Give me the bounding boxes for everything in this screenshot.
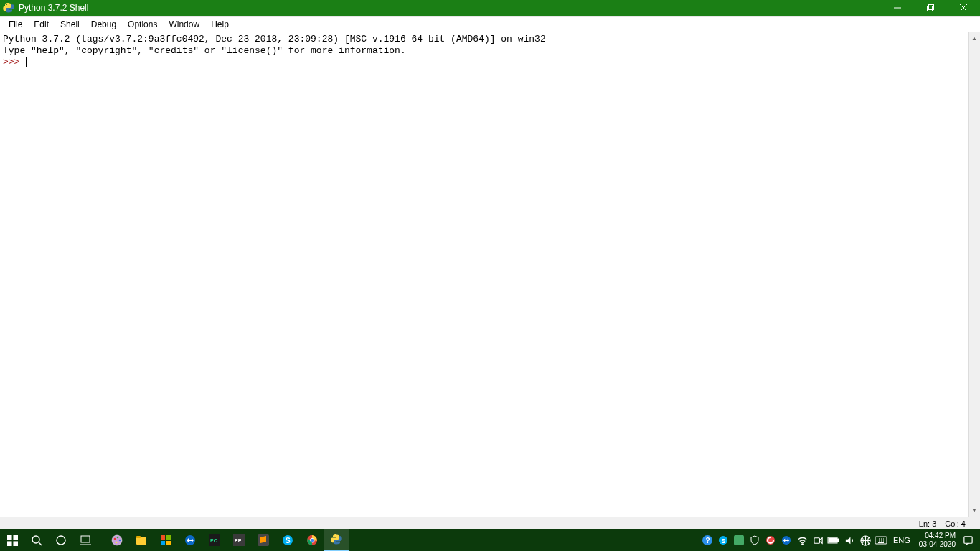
svg-text:S: S [286, 537, 291, 545]
svg-rect-45 [963, 536, 971, 542]
svg-rect-15 [136, 536, 141, 538]
maximize-button[interactable] [914, 0, 947, 16]
tray-battery-icon[interactable] [826, 529, 842, 551]
taskbar-app-pycharm[interactable]: PC [202, 529, 227, 551]
taskbar-app-grid[interactable] [154, 529, 178, 551]
svg-rect-42 [829, 538, 837, 542]
tray-app1-icon[interactable] [731, 529, 747, 551]
tray-notifications-icon[interactable] [960, 529, 976, 551]
svg-rect-1 [929, 5, 934, 10]
menu-debug[interactable]: Debug [85, 18, 122, 31]
tray-date: 03-04-2020 [919, 540, 956, 549]
menu-file[interactable]: File [3, 18, 28, 31]
svg-rect-8 [81, 536, 90, 542]
menu-window[interactable]: Window [163, 18, 205, 31]
tray-time: 04:42 PM [925, 532, 956, 540]
taskbar-app-files[interactable] [129, 529, 154, 551]
shell-text-area[interactable]: Python 3.7.2 (tags/v3.7.2:9a3ffc0492, De… [0, 32, 968, 517]
svg-rect-41 [838, 539, 839, 542]
window-controls [881, 0, 980, 16]
menu-options[interactable]: Options [122, 18, 163, 31]
taskbar-app-sublime[interactable] [251, 529, 275, 551]
tray-skype-icon[interactable]: S [715, 529, 731, 551]
svg-rect-17 [166, 535, 171, 540]
tray-meetnow-icon[interactable] [810, 529, 826, 551]
taskview-button[interactable] [73, 529, 98, 551]
svg-rect-14 [136, 537, 146, 545]
tray-security-icon[interactable] [747, 529, 763, 551]
svg-rect-19 [166, 541, 171, 545]
menu-help[interactable]: Help [205, 18, 235, 31]
svg-rect-16 [161, 535, 165, 540]
svg-text:PC: PC [210, 538, 217, 543]
taskbar: PC PE S ? S [0, 529, 980, 551]
svg-text:S: S [721, 537, 725, 545]
svg-point-13 [116, 542, 118, 544]
svg-point-30 [311, 539, 314, 542]
svg-rect-2 [7, 535, 12, 540]
svg-point-12 [119, 540, 121, 542]
svg-text:PE: PE [235, 538, 242, 543]
tray-help-icon[interactable]: ? [699, 529, 715, 551]
tray-volume-icon[interactable] [842, 529, 857, 551]
scroll-down-icon[interactable]: ▼ [969, 504, 980, 517]
svg-rect-0 [928, 6, 933, 11]
menu-shell[interactable]: Shell [55, 18, 85, 31]
svg-point-38 [801, 543, 803, 545]
status-col: Col: 4 [945, 519, 966, 528]
shell-area: Python 3.7.2 (tags/v3.7.2:9a3ffc0492, De… [0, 32, 980, 517]
svg-rect-18 [161, 541, 165, 545]
scroll-up-icon[interactable]: ▲ [969, 32, 980, 44]
title-bar-left: Python 3.7.2 Shell [3, 2, 88, 14]
cortana-button[interactable] [49, 529, 73, 551]
tray-ccleaner-icon[interactable] [763, 529, 778, 551]
tray-keyboard-icon[interactable] [873, 529, 889, 551]
tray-clock[interactable]: 04:42 PM 03-04-2020 [915, 530, 960, 550]
minimize-button[interactable] [881, 0, 914, 16]
close-button[interactable] [947, 0, 980, 16]
taskbar-app-idle[interactable] [324, 529, 349, 551]
python-app-icon [3, 2, 14, 14]
svg-rect-35 [734, 535, 744, 545]
menu-bar: File Edit Shell Debug Options Window Hel… [0, 16, 980, 32]
svg-point-6 [32, 536, 39, 543]
taskbar-app-paint[interactable] [105, 529, 129, 551]
taskbar-app-skype[interactable]: S [275, 529, 300, 551]
shell-prompt: >>> [3, 57, 25, 67]
status-line: Ln: 3 [919, 519, 936, 528]
svg-point-7 [57, 536, 65, 545]
vertical-scrollbar[interactable]: ▲ ▼ [968, 32, 980, 517]
shell-banner-line1: Python 3.7.2 (tags/v3.7.2:9a3ffc0492, De… [3, 34, 546, 44]
tray-language[interactable]: ENG [889, 536, 915, 545]
svg-rect-4 [7, 541, 12, 546]
svg-point-11 [117, 537, 119, 539]
svg-point-10 [114, 538, 116, 540]
svg-rect-5 [13, 541, 18, 546]
search-button[interactable] [24, 529, 49, 551]
text-cursor [26, 57, 27, 67]
svg-rect-3 [13, 535, 18, 540]
svg-text:?: ? [706, 537, 710, 545]
svg-rect-39 [814, 537, 819, 543]
window-title: Python 3.7.2 Shell [19, 3, 88, 13]
menu-edit[interactable]: Edit [28, 18, 55, 31]
tray-network-icon[interactable] [857, 529, 873, 551]
taskbar-app-teamviewer[interactable] [178, 529, 202, 551]
status-bar: Ln: 3 Col: 4 [0, 517, 980, 529]
show-desktop-button[interactable] [976, 529, 980, 551]
taskbar-app-chrome[interactable] [300, 529, 324, 551]
taskbar-right: ? S [699, 529, 980, 551]
tray-teamviewer-icon[interactable] [778, 529, 794, 551]
title-bar: Python 3.7.2 Shell [0, 0, 980, 16]
tray-wifi-icon[interactable] [794, 529, 810, 551]
taskbar-left: PC PE S [0, 529, 349, 551]
shell-banner-line2: Type "help", "copyright", "credits" or "… [3, 45, 406, 56]
taskbar-app-pe[interactable]: PE [227, 529, 251, 551]
start-button[interactable] [0, 529, 24, 551]
